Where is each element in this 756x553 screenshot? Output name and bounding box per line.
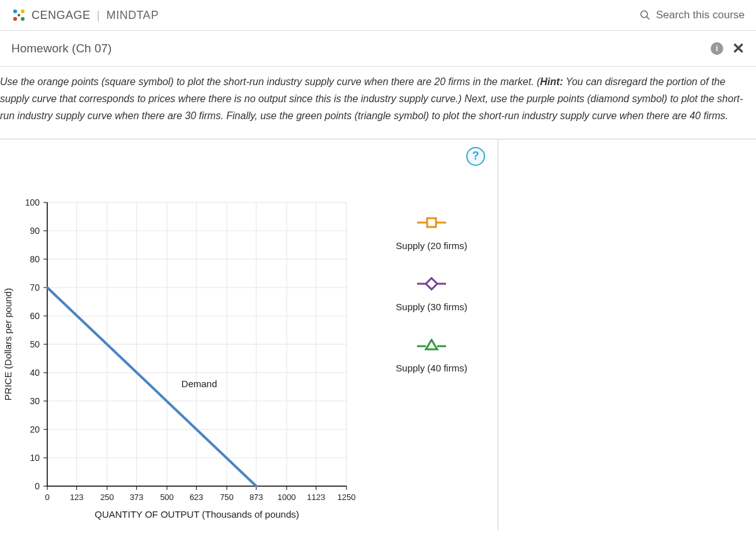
svg-point-3 (21, 17, 25, 21)
instructions-text: Use the orange points (square symbol) to… (0, 67, 756, 136)
search-placeholder: Search this course (656, 9, 745, 21)
help-icon[interactable]: ? (466, 147, 485, 166)
brand-cengage: CENGAGE (32, 9, 91, 22)
svg-marker-82 (426, 278, 437, 289)
legend-label-20: Supply (20 firms) (384, 240, 479, 251)
app-header: CENGAGE | MINDTAP Search this course (0, 0, 756, 31)
diamond-icon (416, 277, 447, 291)
svg-text:0: 0 (45, 492, 49, 502)
brand-separator: | (97, 9, 100, 22)
svg-point-0 (13, 9, 17, 13)
svg-text:20: 20 (30, 424, 40, 434)
svg-text:373: 373 (130, 492, 144, 502)
svg-text:1250: 1250 (338, 492, 356, 502)
triangle-icon (416, 339, 447, 351)
svg-text:Demand: Demand (181, 378, 217, 388)
svg-text:0: 0 (35, 481, 40, 491)
legend-label-40: Supply (40 firms) (384, 363, 479, 373)
svg-rect-79 (427, 218, 436, 227)
svg-point-2 (13, 17, 17, 21)
svg-text:50: 50 (30, 339, 40, 349)
svg-text:90: 90 (30, 226, 40, 236)
svg-text:60: 60 (30, 311, 40, 321)
legend-supply-30[interactable]: Supply (30 firms) (384, 276, 479, 312)
assignment-title: Homework (Ch 07) (11, 42, 112, 55)
svg-text:750: 750 (220, 492, 234, 502)
graph-panel: ? 01232503735006237508731000112312500102… (0, 139, 756, 530)
svg-text:123: 123 (70, 492, 84, 502)
legend-tools: Supply (20 firms) Supply (30 firms) (359, 196, 479, 399)
svg-text:623: 623 (190, 492, 203, 502)
svg-marker-85 (426, 340, 437, 349)
supply-demand-chart[interactable]: 0123250373500623750873100011231250010203… (0, 196, 359, 530)
legend-supply-40[interactable]: Supply (40 firms) (384, 337, 479, 373)
svg-text:250: 250 (100, 492, 114, 502)
search-box[interactable]: Search this course (639, 9, 745, 21)
svg-text:40: 40 (30, 368, 40, 378)
svg-text:30: 30 (30, 396, 40, 406)
assignment-header: Homework (Ch 07) i ✕ (0, 31, 756, 67)
svg-text:QUANTITY OF OUTPUT (Thousands : QUANTITY OF OUTPUT (Thousands of pounds) (94, 509, 299, 520)
svg-point-4 (18, 14, 20, 16)
svg-text:100: 100 (25, 197, 40, 207)
legend-supply-20[interactable]: Supply (20 firms) (384, 215, 479, 251)
search-icon (639, 9, 651, 21)
svg-text:70: 70 (30, 282, 40, 293)
svg-point-1 (21, 9, 25, 13)
cengage-logo-icon (11, 8, 26, 23)
svg-text:1123: 1123 (307, 492, 325, 502)
svg-text:PRICE (Dollars per pound): PRICE (Dollars per pound) (3, 288, 13, 400)
svg-line-6 (646, 16, 650, 20)
info-icon[interactable]: i (711, 42, 723, 55)
svg-point-5 (641, 11, 648, 18)
brand-mindtap: MINDTAP (106, 9, 159, 22)
svg-text:80: 80 (30, 254, 40, 264)
svg-text:500: 500 (160, 492, 174, 502)
close-icon[interactable]: ✕ (732, 40, 745, 57)
svg-text:873: 873 (249, 492, 263, 502)
panel-divider (498, 139, 498, 530)
svg-text:1000: 1000 (278, 492, 296, 502)
brand: CENGAGE | MINDTAP (11, 8, 159, 23)
square-icon (416, 216, 447, 229)
svg-text:10: 10 (30, 453, 40, 463)
legend-label-30: Supply (30 firms) (384, 301, 479, 312)
